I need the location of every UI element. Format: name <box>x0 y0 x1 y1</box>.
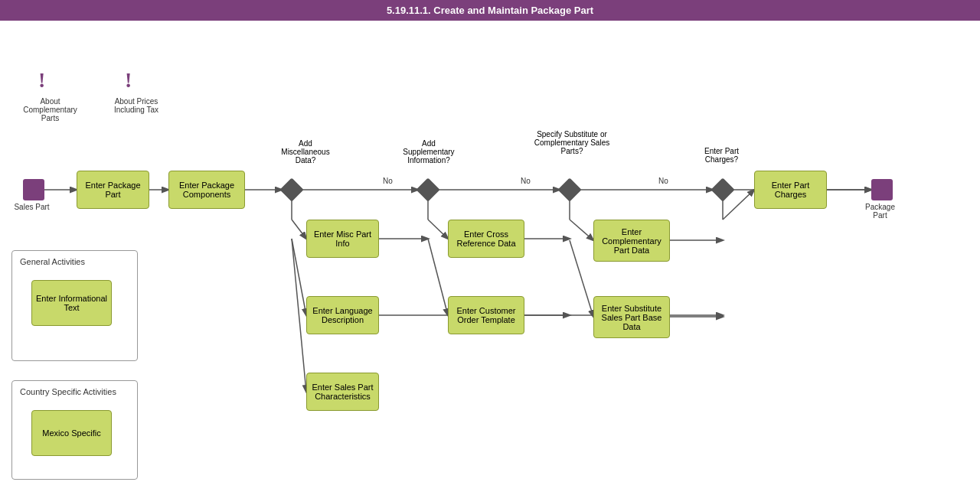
box-enter-substitute-sales-part[interactable]: Enter Substitute Sales Part Base Data <box>593 296 670 338</box>
box-enter-package-components[interactable]: Enter Package Components <box>168 171 245 209</box>
box-enter-sales-part-characteristics[interactable]: Enter Sales Part Characteristics <box>306 373 379 411</box>
general-activities-group: General Activities Enter Informational T… <box>11 250 138 361</box>
end-node <box>871 179 893 200</box>
box-mexico-specific[interactable]: Mexico Specific <box>31 410 112 456</box>
box-enter-misc-part-info[interactable]: Enter Misc Part Info <box>306 220 379 258</box>
svg-line-6 <box>292 239 306 392</box>
no-label-3: No <box>658 177 668 185</box>
diamond-1 <box>279 177 303 201</box>
d3-label: Specify Substitute or Complementary Sale… <box>534 130 610 155</box>
note-label-1: About Complementary Parts <box>14 97 87 122</box>
diamond-4 <box>710 177 734 201</box>
box-enter-cross-reference-data[interactable]: Enter Cross Reference Data <box>448 220 524 258</box>
svg-line-4 <box>292 220 306 239</box>
no-label-1: No <box>383 177 393 185</box>
box-enter-part-charges[interactable]: Enter Part Charges <box>754 171 827 209</box>
general-activities-title: General Activities <box>20 257 85 266</box>
end-label: Package Part <box>859 203 901 220</box>
svg-line-10 <box>428 220 448 239</box>
box-enter-package-part[interactable]: Enter Package Part <box>77 171 149 209</box>
box-enter-customer-order-template[interactable]: Enter Customer Order Template <box>448 296 524 334</box>
box-enter-complementary-part-data[interactable]: Enter Complementary Part Data <box>593 220 670 262</box>
country-specific-group: Country Specific Activities Mexico Speci… <box>11 380 138 480</box>
page-title: 5.19.11.1. Create and Maintain Package P… <box>387 5 593 16</box>
box-enter-informational-text[interactable]: Enter Informational Text <box>31 280 112 326</box>
d4-label: Enter Part Charges? <box>689 147 754 164</box>
svg-line-15 <box>570 240 593 317</box>
note-icon-2: ! <box>125 68 132 93</box>
note-label-2: About Prices Including Tax <box>106 97 167 114</box>
d2-label: Add Supplementary Information? <box>398 139 459 164</box>
country-specific-title: Country Specific Activities <box>20 387 116 396</box>
start-label: Sales Part <box>11 203 53 211</box>
svg-line-14 <box>570 220 593 240</box>
note-icon-1: ! <box>38 68 45 93</box>
start-node <box>23 179 44 200</box>
title-bar: 5.19.11.1. Create and Maintain Package P… <box>0 0 980 21</box>
svg-line-11 <box>428 239 448 315</box>
d1-label: Add Miscellaneous Data? <box>275 139 336 164</box>
svg-line-5 <box>292 239 306 315</box>
box-enter-language-description[interactable]: Enter Language Description <box>306 296 379 334</box>
diamond-2 <box>416 177 439 201</box>
no-label-2: No <box>521 177 531 185</box>
diamond-3 <box>557 177 581 201</box>
